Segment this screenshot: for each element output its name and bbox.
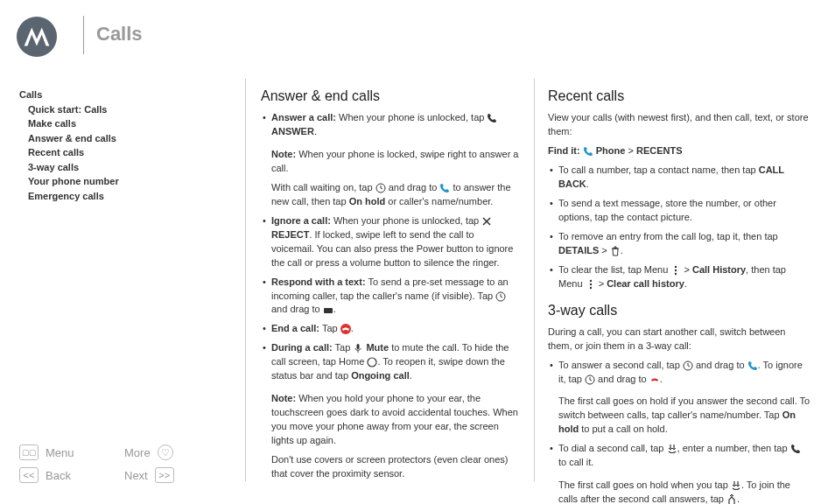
list-item: To remove an entry from the call log, ta… xyxy=(548,230,810,258)
back-icon: << xyxy=(19,467,39,483)
add-call-icon xyxy=(667,444,677,454)
toc-item[interactable]: 3-way calls xyxy=(19,160,212,175)
list-item: Ignore a call: When your phone is unlock… xyxy=(261,214,519,270)
column-divider xyxy=(245,79,246,481)
add-call-icon xyxy=(731,480,741,491)
list-item: To answer a second call, tap and drag to… xyxy=(548,359,810,438)
toc-root[interactable]: Calls xyxy=(19,88,212,102)
toc-item[interactable]: Make calls xyxy=(19,116,212,131)
intro-text: View your calls (with newest first), and… xyxy=(548,111,810,139)
clock-icon xyxy=(683,360,693,371)
phone-icon xyxy=(790,444,801,454)
trash-icon xyxy=(610,246,621,256)
menu-dots-icon xyxy=(670,265,681,276)
grid-icon: ▢▢ xyxy=(19,444,39,460)
column-divider xyxy=(534,79,535,481)
more-button[interactable]: More♡ xyxy=(124,444,229,460)
section-heading: Answer & end calls xyxy=(261,86,519,106)
toc-item[interactable]: Quick start: Calls xyxy=(19,102,212,117)
motorola-logo xyxy=(16,16,58,58)
x-icon xyxy=(481,216,492,227)
bottom-nav: ▢▢Menu More♡ <<Back Next>> xyxy=(19,441,229,486)
divider xyxy=(83,16,84,54)
find-it: Find it: Phone > RECENTS xyxy=(548,144,810,158)
list-item: End a call: Tap . xyxy=(261,322,519,336)
heart-icon: ♡ xyxy=(158,444,173,460)
list-item: Answer a call: When your phone is unlock… xyxy=(261,111,519,209)
toc-item[interactable]: Emergency calls xyxy=(19,189,212,204)
list-item: During a call: Tap Mute to mute the call… xyxy=(261,341,519,480)
clock-icon xyxy=(495,291,506,302)
phone-icon xyxy=(487,113,497,123)
mic-icon xyxy=(353,343,363,354)
phone-icon xyxy=(439,183,450,193)
clock-icon xyxy=(375,183,386,193)
list-item: To call a number, tap a contact name, th… xyxy=(548,164,810,192)
list-item: To clear the list, tap Menu > Call Histo… xyxy=(548,263,810,291)
list-item: To send a text message, store the number… xyxy=(548,197,810,225)
list-item: To dial a second call, tap , enter a num… xyxy=(548,442,810,504)
list-item: Respond with a text: To send a pre-set m… xyxy=(261,276,519,318)
section-heading: Recent calls xyxy=(548,86,810,106)
menu-dots-icon xyxy=(586,279,596,290)
toc-item[interactable]: Your phone number xyxy=(19,174,212,189)
content-column-1: Answer & end calls Answer a call: When y… xyxy=(261,86,519,486)
page-title: Calls xyxy=(96,23,143,46)
home-icon xyxy=(367,357,377,368)
section-heading: 3-way calls xyxy=(548,300,810,320)
content-column-2: Recent calls View your calls (with newes… xyxy=(548,86,810,504)
toc-sidebar: Calls Quick start: Calls Make calls Answ… xyxy=(19,88,212,203)
back-button[interactable]: <<Back xyxy=(19,467,124,483)
clock-icon xyxy=(585,374,595,385)
phone-icon xyxy=(747,360,758,371)
end-call-icon xyxy=(340,324,351,334)
phone-icon xyxy=(583,146,593,157)
message-icon xyxy=(323,305,333,316)
next-icon: >> xyxy=(155,467,174,483)
svg-point-0 xyxy=(17,17,57,57)
intro-text: During a call, you can start another cal… xyxy=(548,326,810,354)
menu-button[interactable]: ▢▢Menu xyxy=(19,444,124,460)
toc-item[interactable]: Recent calls xyxy=(19,145,212,160)
end-call-icon xyxy=(649,374,660,385)
merge-icon xyxy=(726,494,737,504)
toc-item[interactable]: Answer & end calls xyxy=(19,131,212,146)
next-button[interactable]: Next>> xyxy=(124,467,229,483)
